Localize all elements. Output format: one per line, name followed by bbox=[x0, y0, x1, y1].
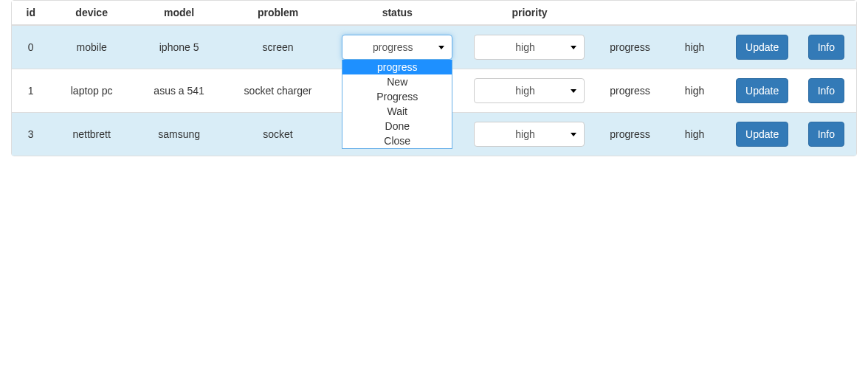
cell-status-text: progress bbox=[596, 25, 664, 69]
status-option[interactable]: Wait bbox=[342, 104, 452, 119]
header-problem: problem bbox=[224, 1, 331, 25]
cell-problem: socket charger bbox=[224, 69, 331, 113]
header-model: model bbox=[134, 1, 225, 25]
priority-select-value: high bbox=[515, 128, 534, 140]
cell-problem: screen bbox=[224, 25, 331, 69]
status-option[interactable]: Close bbox=[342, 133, 452, 148]
header-status: status bbox=[331, 1, 464, 25]
cell-update: Update bbox=[725, 69, 797, 113]
cell-priority-select: high bbox=[464, 25, 596, 69]
header-actions bbox=[596, 1, 856, 25]
info-button[interactable]: Info bbox=[808, 122, 844, 147]
chevron-down-icon bbox=[438, 46, 444, 49]
cell-priority-text: high bbox=[664, 69, 725, 113]
status-select-value: progress bbox=[373, 41, 413, 53]
status-option[interactable]: New bbox=[342, 74, 452, 89]
status-option[interactable]: progress bbox=[342, 60, 452, 74]
info-button[interactable]: Info bbox=[808, 35, 844, 60]
chevron-down-icon bbox=[571, 46, 576, 49]
cell-priority-text: high bbox=[664, 113, 725, 156]
cell-device: laptop pc bbox=[50, 69, 134, 113]
cell-priority-select: high bbox=[464, 69, 596, 113]
cell-problem: socket bbox=[224, 113, 331, 156]
chevron-down-icon bbox=[571, 89, 576, 93]
cell-update: Update bbox=[725, 25, 797, 69]
cell-model: iphone 5 bbox=[134, 25, 225, 69]
cell-id: 0 bbox=[12, 25, 50, 69]
cell-info: Info bbox=[797, 113, 856, 156]
priority-select[interactable]: high bbox=[474, 78, 585, 103]
priority-select[interactable]: high bbox=[474, 35, 585, 60]
header-device: device bbox=[50, 1, 134, 25]
tickets-table: id device model problem status priority … bbox=[12, 1, 856, 156]
cell-device: nettbrett bbox=[50, 113, 134, 156]
header-id: id bbox=[12, 1, 50, 25]
header-priority: priority bbox=[464, 1, 596, 25]
chevron-down-icon bbox=[571, 133, 576, 136]
update-button[interactable]: Update bbox=[736, 35, 788, 60]
cell-priority-text: high bbox=[664, 25, 725, 69]
table-row: 0mobileiphone 5screenprogressprogressNew… bbox=[12, 25, 856, 69]
priority-select[interactable]: high bbox=[474, 122, 585, 147]
cell-status-text: progress bbox=[596, 113, 664, 156]
update-button[interactable]: Update bbox=[736, 78, 788, 103]
table-panel: id device model problem status priority … bbox=[11, 0, 857, 156]
priority-select-value: high bbox=[515, 41, 534, 53]
status-option[interactable]: Done bbox=[342, 119, 452, 133]
cell-priority-select: high bbox=[464, 113, 596, 156]
cell-id: 3 bbox=[12, 113, 50, 156]
status-option[interactable]: Progress bbox=[342, 89, 452, 104]
cell-device: mobile bbox=[50, 25, 134, 69]
cell-info: Info bbox=[797, 25, 856, 69]
info-button[interactable]: Info bbox=[808, 78, 844, 103]
cell-id: 1 bbox=[12, 69, 50, 113]
update-button[interactable]: Update bbox=[736, 122, 788, 147]
status-select[interactable]: progress bbox=[342, 35, 452, 60]
cell-status-select: progressprogressNewProgressWaitDoneClose bbox=[331, 25, 464, 69]
cell-status-text: progress bbox=[596, 69, 664, 113]
cell-model: asus a 541 bbox=[134, 69, 225, 113]
priority-select-value: high bbox=[515, 85, 534, 97]
cell-model: samsung bbox=[134, 113, 225, 156]
status-dropdown: progressNewProgressWaitDoneClose bbox=[342, 60, 452, 149]
cell-update: Update bbox=[725, 113, 797, 156]
cell-info: Info bbox=[797, 69, 856, 113]
